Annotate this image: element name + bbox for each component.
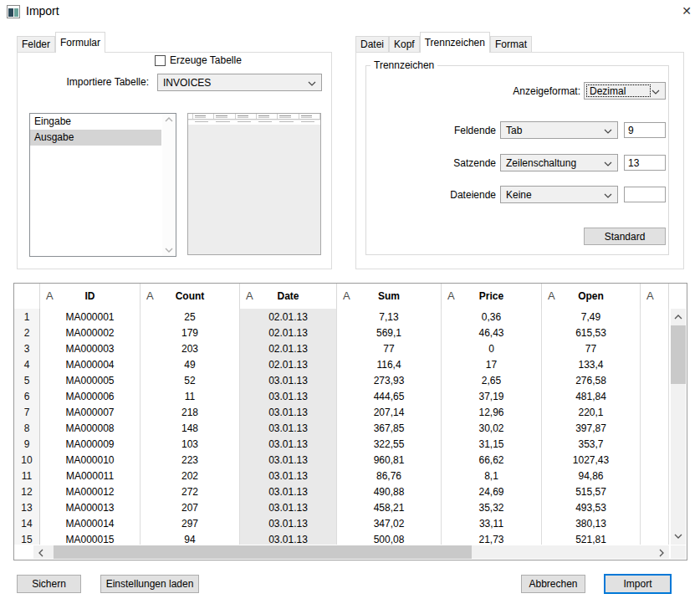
anzeigeformat-combobox[interactable]: Dezimal — [584, 82, 666, 100]
cell-date: 02.01.13 — [240, 356, 337, 372]
table-row[interactable]: 1MA0000012502.01.137,130,367,49 — [14, 309, 669, 325]
column-type-indicator: A — [447, 289, 455, 302]
cell-count: 218 — [141, 404, 240, 420]
row-number-header — [14, 284, 40, 309]
chevron-down-icon — [165, 248, 173, 253]
cell-empty — [641, 484, 669, 499]
column-name: Sum — [378, 290, 400, 302]
table-row[interactable]: 8MA00000814803.01.13367,8530,02397,87 — [14, 420, 669, 436]
cell-count: 148 — [141, 420, 240, 436]
cell-empty — [641, 452, 669, 468]
vertical-scrollbar-thumb[interactable] — [671, 325, 686, 384]
cell-empty — [641, 515, 669, 531]
vertical-scrollbar[interactable] — [671, 309, 686, 545]
column-header-partial[interactable]: A — [641, 284, 669, 309]
cell-id: MA000004 — [40, 356, 141, 372]
satzende-code-field[interactable]: 13 — [624, 155, 666, 171]
list-item-eingabe[interactable]: Eingabe — [30, 114, 161, 130]
chevron-up-icon — [165, 117, 173, 122]
cell-id: MA000013 — [40, 499, 141, 515]
create-table-label: Erzeuge Tabelle — [170, 55, 242, 66]
cell-date: 02.01.13 — [240, 340, 337, 356]
row-number: 12 — [14, 484, 40, 499]
cell-empty — [641, 356, 669, 372]
cell-open: 521,81 — [542, 531, 641, 545]
cell-price: 37,19 — [442, 388, 542, 404]
dateiende-value: Keine — [506, 189, 532, 201]
chevron-down-icon — [604, 161, 612, 166]
save-button[interactable]: Sichern — [17, 575, 81, 593]
cell-open: 481,84 — [542, 388, 641, 404]
create-table-checkbox[interactable] — [155, 55, 166, 66]
table-row[interactable]: 13MA00001320703.01.13458,2135,32493,53 — [14, 499, 669, 515]
cell-empty — [641, 468, 669, 484]
column-type-indicator: A — [548, 289, 555, 302]
tab-kopf[interactable]: Kopf — [389, 36, 420, 52]
table-row[interactable]: 15MA0000159403.01.13500,0821,73521,81 — [14, 531, 669, 545]
tab-format[interactable]: Format — [490, 36, 532, 52]
cell-open: 397,87 — [542, 420, 641, 436]
standard-button[interactable]: Standard — [584, 228, 666, 245]
table-row[interactable]: 9MA00000910303.01.13322,5531,15353,7 — [14, 436, 669, 452]
table-row[interactable]: 4MA0000044902.01.13116,417133,4 — [14, 356, 669, 372]
dateiende-code-field[interactable] — [624, 187, 666, 202]
column-name: ID — [85, 290, 95, 302]
chevron-down-icon — [674, 534, 682, 539]
table-row[interactable]: 2MA00000217902.01.13569,146,43615,53 — [14, 325, 669, 340]
cell-open: 220,1 — [542, 404, 641, 420]
cell-price: 0,36 — [442, 309, 542, 325]
table-row[interactable]: 10MA00001022303.01.13960,8166,621027,43 — [14, 452, 669, 468]
horizontal-scrollbar-thumb[interactable] — [54, 545, 472, 559]
load-settings-button[interactable]: Einstellungen laden — [100, 575, 199, 593]
cancel-button[interactable]: Abbrechen — [521, 575, 585, 593]
satzende-combobox[interactable]: Zeilenschaltung — [500, 154, 618, 171]
table-row[interactable]: 3MA00000320302.01.1377077 — [14, 340, 669, 356]
left-tabbar: FelderFormular — [17, 32, 105, 53]
cell-open: 515,57 — [542, 484, 641, 499]
column-header-date[interactable]: ADate — [240, 284, 337, 309]
cell-price: 2,65 — [442, 372, 542, 388]
cell-price: 35,32 — [442, 499, 542, 515]
feldende-code-field[interactable]: 9 — [624, 122, 666, 138]
cell-sum: 86,76 — [337, 468, 442, 484]
tab-formular[interactable]: Formular — [55, 32, 105, 53]
cell-price: 17 — [442, 356, 542, 372]
cell-open: 276,58 — [542, 372, 641, 388]
table-row[interactable]: 12MA00001227203.01.13490,8824,69515,57 — [14, 484, 669, 499]
cell-id: MA000015 — [40, 531, 141, 545]
cell-count: 207 — [141, 499, 240, 515]
table-row[interactable]: 6MA0000061103.01.13444,6537,19481,84 — [14, 388, 669, 404]
feldende-combobox[interactable]: Tab — [500, 121, 618, 139]
column-type-indicator: A — [343, 289, 350, 302]
cell-open: 77 — [542, 340, 641, 356]
cell-price: 24,69 — [442, 484, 542, 499]
cell-date: 03.01.13 — [240, 499, 337, 515]
column-header-price[interactable]: APrice — [442, 284, 542, 309]
dateiende-combobox[interactable]: Keine — [500, 186, 618, 203]
table-row[interactable]: 14MA00001429703.01.13347,0233,11380,13 — [14, 515, 669, 531]
tab-felder[interactable]: Felder — [17, 36, 55, 52]
table-row[interactable]: 5MA0000055203.01.13273,932,65276,58 — [14, 372, 669, 388]
listbox-scrollbar[interactable] — [162, 114, 176, 256]
chevron-down-icon — [604, 129, 612, 134]
tab-trennzeichen[interactable]: Trennzeichen — [420, 32, 490, 53]
table-row[interactable]: 11MA00001120203.01.1386,768,194,86 — [14, 468, 669, 484]
column-header-id[interactable]: AID — [40, 284, 141, 309]
tab-datei[interactable]: Datei — [355, 36, 389, 52]
column-header-sum[interactable]: ASum — [337, 284, 442, 309]
list-item-ausgabe[interactable]: Ausgabe — [30, 130, 161, 146]
cell-count: 297 — [141, 515, 240, 531]
row-number: 2 — [14, 325, 40, 340]
focus-rect — [586, 84, 651, 97]
right-tabbar: DateiKopfTrennzeichenFormat — [355, 32, 532, 53]
anzeigeformat-label: Anzeigeformat: — [480, 85, 580, 97]
import-button[interactable]: Import — [604, 574, 672, 594]
column-header-open[interactable]: AOpen — [542, 284, 641, 309]
close-button[interactable]: ✕ — [677, 3, 696, 19]
horizontal-scrollbar[interactable] — [33, 545, 669, 559]
import-table-combobox[interactable]: INVOICES — [157, 74, 322, 91]
table-row[interactable]: 7MA00000721803.01.13207,1412,96220,1 — [14, 404, 669, 420]
cell-id: MA000001 — [40, 309, 141, 325]
feldende-label: Feldende — [404, 125, 496, 136]
column-header-count[interactable]: ACount — [141, 284, 240, 309]
